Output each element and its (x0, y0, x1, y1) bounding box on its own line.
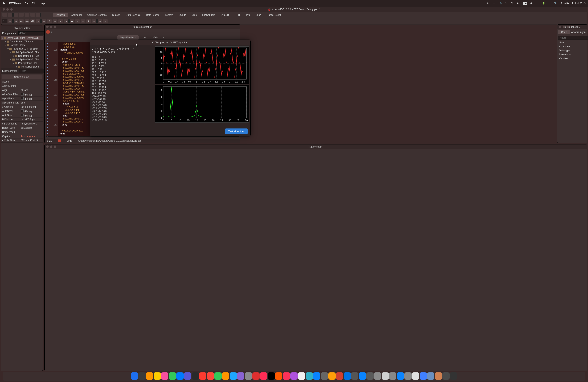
component-icon[interactable]: ▭ (97, 19, 102, 23)
palette-tab[interactable]: System (162, 13, 176, 17)
search-icon[interactable]: 🔍 (554, 2, 557, 5)
codeexp-item[interactable]: Prozeduren (557, 53, 587, 57)
nav-back-icon[interactable]: ← (53, 31, 56, 33)
codeexp-item[interactable]: Variablen (557, 57, 587, 60)
palette-tab[interactable]: IPro (243, 13, 252, 17)
dock-app-icon[interactable] (450, 372, 457, 380)
dock-app-icon[interactable] (298, 372, 305, 380)
dock-app-icon[interactable] (290, 372, 298, 380)
status-icon[interactable]: 📎 (499, 2, 502, 5)
dock-app-icon[interactable] (260, 372, 267, 380)
tree-item[interactable]: ▾ PairSplitter1: TPairSplitt (1, 47, 42, 51)
component-icon[interactable]: ▭ (92, 19, 97, 23)
tab-eigenschaften[interactable]: Eigenschaften (2, 75, 42, 79)
dock-app-icon[interactable] (154, 372, 161, 380)
dock-app-icon[interactable] (366, 372, 374, 380)
tree-item[interactable]: ▾ Panel1: TPanel (1, 43, 42, 47)
app-name[interactable]: FFT Demo (9, 2, 21, 5)
component-icon[interactable]: ab| (30, 19, 35, 23)
palette-tab[interactable]: SynEdit (218, 13, 231, 17)
dock-app-icon[interactable] (313, 372, 320, 380)
dock-app-icon[interactable] (321, 372, 328, 380)
macos-dock[interactable] (3, 372, 585, 381)
component-icon[interactable]: A (36, 19, 41, 23)
window-controls[interactable] (559, 26, 569, 28)
property-row[interactable]: BorderStylebsSizeable (1, 126, 42, 130)
dock-app-icon[interactable] (404, 372, 412, 380)
component-icon[interactable]: ☑ (47, 19, 52, 23)
menu-file[interactable]: File (25, 2, 28, 5)
dock-app-icon[interactable] (222, 372, 229, 380)
palette-tab[interactable]: Chart (252, 13, 264, 17)
dock-app-icon[interactable] (427, 372, 434, 380)
dock-app-icon[interactable] (146, 372, 153, 380)
property-row[interactable]: ▸ BorderIcons[biSystemMenu (1, 122, 42, 126)
dock-app-icon[interactable] (389, 372, 396, 380)
component-icon[interactable]: ▭ (8, 19, 13, 23)
dock-app-icon[interactable] (275, 372, 282, 380)
dock-app-icon[interactable] (184, 372, 191, 380)
codeexp-item[interactable]: Konstanten (557, 45, 587, 49)
property-row[interactable]: BiDiModebdLeftToRight (1, 117, 42, 122)
editor-tab[interactable]: fftdemo.lpr (151, 35, 168, 40)
test-algorithm-button[interactable]: Test algorithm (225, 129, 248, 134)
property-row[interactable]: AutoScroll(False) (1, 109, 42, 113)
window-controls[interactable] (46, 145, 56, 148)
status-icon[interactable]: ▭ (493, 2, 496, 5)
status-icon[interactable]: ♨ (505, 2, 508, 5)
toolbar-button[interactable] (46, 30, 50, 34)
dock-app-icon[interactable] (161, 372, 168, 380)
component-icon[interactable]: ≡ (64, 19, 69, 23)
tree-item[interactable]: ▾ ResultsMemo: TMe (1, 54, 42, 58)
dock-app-icon[interactable] (328, 372, 336, 380)
codeexp-list[interactable]: UsesKonstantenDatentypenProzedurenVariab… (557, 40, 587, 60)
property-grid[interactable]: ActionActiveControlAlignalNoneAllowDropF… (1, 80, 42, 152)
palette-tab[interactable]: Dialogs (109, 13, 123, 17)
palette-tab[interactable]: Data Access (143, 13, 162, 17)
tree-item[interactable]: ▾ PairSplitter2: TPair (1, 61, 42, 65)
component-icon[interactable]: ≡ (58, 19, 63, 23)
input-lang[interactable]: DE (523, 2, 527, 5)
editor-tab[interactable]: SignalAnalysis (117, 35, 139, 40)
wifi-icon[interactable]: ᯤ (548, 2, 551, 5)
dock-app-icon[interactable] (374, 372, 381, 380)
toolbar-button[interactable] (30, 13, 35, 17)
dock-app-icon[interactable] (138, 372, 146, 380)
dock-app-icon[interactable] (237, 372, 244, 380)
codeexp-item[interactable]: Uses (557, 40, 587, 45)
palette-tab[interactable]: LazControls (199, 13, 218, 17)
dock-app-icon[interactable] (382, 372, 389, 380)
component-icon[interactable]: Ok (19, 19, 24, 23)
status-icon[interactable]: ◎ (487, 2, 490, 5)
codeexp-item[interactable]: Datentypen (557, 49, 587, 53)
window-controls[interactable] (3, 8, 13, 11)
menu-help[interactable]: Help (40, 2, 45, 5)
dock-app-icon[interactable] (207, 372, 214, 380)
dock-app-icon[interactable] (214, 372, 222, 380)
selection-tool[interactable]: ↖ (2, 19, 7, 23)
nav-fwd-icon[interactable]: → (57, 31, 59, 33)
property-row[interactable]: AlignalNone (1, 88, 42, 92)
component-icon[interactable]: ▭ (103, 19, 108, 23)
dock-app-icon[interactable] (351, 372, 358, 380)
property-row[interactable]: ▸ ChildSizing(TControlChildS (1, 138, 42, 143)
dock-app-icon[interactable] (306, 372, 313, 380)
status-icon[interactable]: ◉ (517, 2, 520, 5)
clock[interactable]: Sa. 17. Juni 20:43 (566, 2, 586, 5)
property-row[interactable]: AlphaBlendValu255 (1, 101, 42, 105)
property-row[interactable]: ActiveControl (1, 84, 42, 88)
tree-item[interactable]: ▾ PairSplitterSide3 (1, 65, 42, 68)
palette-tab[interactable]: Pascal Script (264, 13, 284, 17)
palette-tab[interactable]: RTTI (232, 13, 243, 17)
codeexp-tab[interactable]: Anweisungen (571, 30, 586, 34)
palette-tab[interactable]: Data Controls (123, 13, 143, 17)
component-icon[interactable]: ≡ (81, 19, 85, 23)
palette-tab[interactable]: Common Controls (84, 13, 109, 17)
property-row[interactable]: ▸ Anchors[akTop,akLeft] (1, 105, 42, 109)
gutter[interactable]: 105110115120125130135 (46, 42, 58, 136)
component-icon[interactable]: Abc (25, 19, 29, 23)
palette-tab[interactable]: SQLdb (176, 13, 189, 17)
editor-tab[interactable]: gui (140, 35, 149, 40)
toolbar-button[interactable] (36, 13, 41, 17)
dropdown-icon[interactable]: ▾ (51, 31, 52, 33)
